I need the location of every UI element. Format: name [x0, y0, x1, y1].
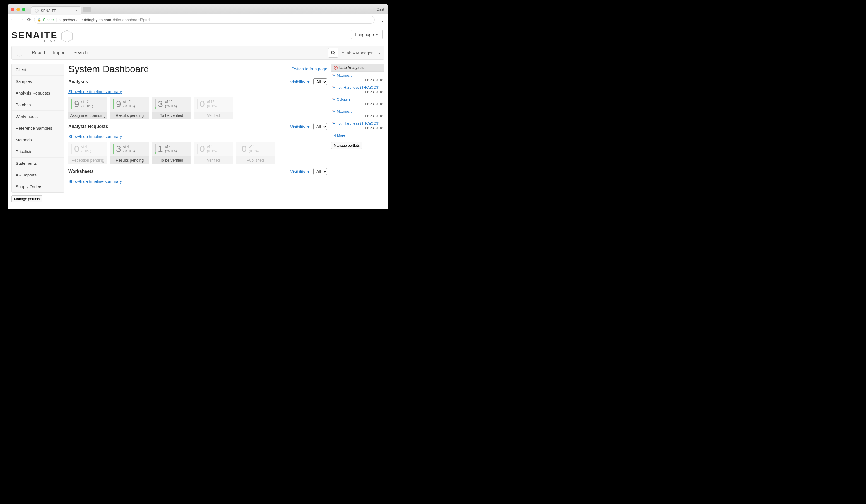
- stat-label: Verified: [194, 157, 233, 164]
- timeline-toggle-link[interactable]: Show/hide timeline summary: [68, 179, 122, 184]
- sidebar-item-batches[interactable]: Batches: [12, 99, 64, 111]
- timeline-toggle-link[interactable]: Show/hide timeline summary: [68, 89, 122, 94]
- sidebar-item-ar-imports[interactable]: AR Imports: [12, 169, 64, 181]
- stat-label: Reception pending: [68, 157, 108, 164]
- stat-label: Verified: [194, 112, 233, 119]
- sidebar-item-reference-samples[interactable]: Reference Samples: [12, 122, 64, 134]
- reload-button[interactable]: ⟳: [27, 17, 31, 22]
- late-analysis-link[interactable]: Tot. Hardness (THCaCO3): [332, 85, 383, 90]
- sidebar-item-pricelists[interactable]: Pricelists: [12, 146, 64, 158]
- stat-label: Assignment pending: [68, 112, 108, 119]
- stat-bar-icon: [238, 144, 240, 154]
- language-button[interactable]: Language ▼: [351, 30, 382, 39]
- new-tab-button[interactable]: [83, 7, 91, 12]
- close-window-button[interactable]: [11, 8, 14, 11]
- maximize-window-button[interactable]: [22, 8, 25, 11]
- nav-search[interactable]: Search: [74, 50, 88, 55]
- manage-portlets-button-right[interactable]: Manage portlets: [331, 142, 362, 149]
- stat-bar-icon: [197, 99, 198, 109]
- stat-card[interactable]: 0 of 12(0.0%) Verified: [194, 97, 233, 119]
- stat-bar-icon: [71, 144, 72, 154]
- filter-select[interactable]: All: [313, 123, 327, 130]
- section-title: Analyses: [68, 79, 88, 84]
- late-analysis-link[interactable]: Tot. Hardness (THCaCO3): [332, 121, 383, 125]
- url-divider: |: [56, 18, 57, 22]
- right-column: Late Analyses Magnesium Jun 23, 2018 Tot…: [331, 64, 384, 149]
- caret-down-icon: ▼: [376, 33, 378, 36]
- molecule-icon: [332, 110, 336, 113]
- page-title: System Dashboard: [68, 64, 149, 75]
- browser-window: SENAITE × Gast ← → ⟳ 🔒 Sicher | https://…: [8, 4, 388, 209]
- timeline-toggle-link[interactable]: Show/hide timeline summary: [68, 134, 122, 139]
- stat-meta: of 4(0.0%): [207, 145, 217, 153]
- filter-select[interactable]: All: [313, 78, 327, 85]
- nav-import[interactable]: Import: [53, 50, 66, 55]
- late-analysis-date: Jun 23, 2018: [332, 78, 383, 82]
- late-analysis-item: Magnesium Jun 23, 2018: [331, 72, 384, 84]
- stat-number: 0: [242, 144, 247, 154]
- stat-number: 1: [158, 144, 163, 154]
- user-menu[interactable]: »Lab » Manager 1 ▼: [342, 50, 380, 55]
- browser-menu-icon[interactable]: ⋯: [380, 17, 386, 22]
- back-button[interactable]: ←: [10, 17, 15, 23]
- dashboard-main: System Dashboard Switch to frontpage Ana…: [68, 64, 327, 186]
- sidebar-item-analysis-requests[interactable]: Analysis Requests: [12, 87, 64, 99]
- stat-number: 0: [74, 144, 79, 154]
- stat-card[interactable]: 0 of 4(0.0%) Reception pending: [68, 141, 108, 164]
- late-analysis-date: Jun 23, 2018: [332, 126, 383, 130]
- stat-bar-icon: [197, 144, 198, 154]
- stat-card[interactable]: 9 of 12(75.0%) Assignment pending: [68, 97, 108, 119]
- stat-card[interactable]: 3 of 4(75.0%) Results pending: [110, 141, 149, 164]
- tab-favicon: [35, 9, 38, 13]
- stat-card[interactable]: 0 of 4(0.0%) Published: [236, 141, 275, 164]
- stat-meta: of 4(75.0%): [123, 145, 135, 153]
- nav-report[interactable]: Report: [32, 50, 45, 55]
- window-controls: [11, 8, 25, 11]
- sidebar-item-statements[interactable]: Statements: [12, 158, 64, 169]
- visibility-toggle[interactable]: Visibility ▼: [290, 79, 311, 84]
- address-bar[interactable]: 🔒 Sicher | https://senaite.ridingbytes.c…: [34, 16, 375, 24]
- browser-tab[interactable]: SENAITE ×: [31, 7, 81, 15]
- sidebar-item-clients[interactable]: Clients: [12, 64, 64, 76]
- svg-line-3: [334, 54, 335, 55]
- forward-button[interactable]: →: [19, 17, 24, 23]
- stat-bar-icon: [113, 99, 114, 109]
- logo[interactable]: SENAITE LIMS: [11, 30, 74, 43]
- logo-hexagon-icon: [60, 30, 74, 43]
- browser-profile-label[interactable]: Gast: [377, 7, 384, 11]
- logo-text: SENAITE: [11, 30, 58, 41]
- stat-number: 9: [116, 99, 121, 109]
- stat-meta: of 12(75.0%): [123, 100, 135, 108]
- stat-card[interactable]: 9 of 12(75.0%) Results pending: [110, 97, 149, 119]
- sidebar-item-methods[interactable]: Methods: [12, 134, 64, 146]
- more-link[interactable]: 4 More: [331, 131, 384, 139]
- nav-home-icon[interactable]: [15, 48, 24, 57]
- switch-frontpage-link[interactable]: Switch to frontpage: [291, 66, 327, 71]
- sidebar-item-supply-orders[interactable]: Supply Orders: [12, 181, 64, 192]
- late-analysis-item: Tot. Hardness (THCaCO3) Jun 23, 2018: [331, 119, 384, 131]
- search-icon: [331, 50, 335, 55]
- stat-label: To be verified: [152, 112, 191, 119]
- svg-marker-1: [16, 49, 23, 57]
- sidebar-item-worksheets[interactable]: Worksheets: [12, 111, 64, 122]
- late-analysis-link[interactable]: Calcium: [332, 97, 383, 102]
- close-tab-icon[interactable]: ×: [75, 8, 78, 13]
- filter-select[interactable]: All: [313, 168, 327, 175]
- sidebar-item-samples[interactable]: Samples: [12, 76, 64, 87]
- stat-card[interactable]: 3 of 12(25.0%) To be verified: [152, 97, 191, 119]
- stat-card[interactable]: 1 of 4(25.0%) To be verified: [152, 141, 191, 164]
- manage-portlets-button-left[interactable]: Manage portlets: [11, 195, 42, 202]
- stat-meta: of 12(25.0%): [165, 100, 177, 108]
- late-analysis-link[interactable]: Magnesium: [332, 109, 383, 113]
- minimize-window-button[interactable]: [16, 8, 20, 11]
- search-button[interactable]: [328, 48, 338, 58]
- late-analyses-title: Late Analyses: [339, 66, 364, 70]
- stat-card[interactable]: 0 of 4(0.0%) Verified: [194, 141, 233, 164]
- visibility-toggle[interactable]: Visibility ▼: [290, 169, 311, 174]
- stat-number: 9: [74, 99, 79, 109]
- tab-bar: SENAITE × Gast: [8, 4, 388, 14]
- tab-title: SENAITE: [41, 9, 56, 13]
- late-analysis-link[interactable]: Magnesium: [332, 73, 383, 78]
- visibility-toggle[interactable]: Visibility ▼: [290, 124, 311, 129]
- stat-meta: of 12(0.0%): [207, 100, 217, 108]
